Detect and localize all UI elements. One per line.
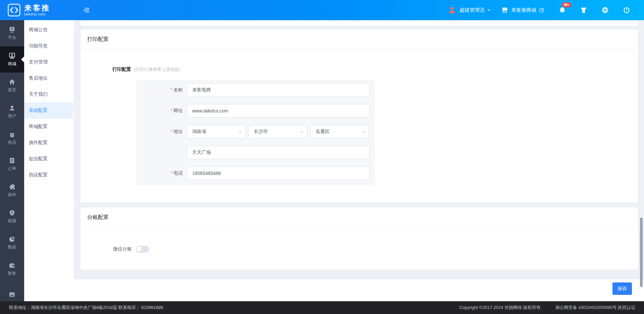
bell-icon [558, 6, 566, 14]
card-title: 分账配置 [80, 208, 638, 227]
notifications-button[interactable]: 99+ [558, 6, 566, 14]
sidebar-collapse-icon[interactable] [83, 6, 90, 14]
footer-police-record: 湘公网安备 43010402000895号 执照认证 [555, 305, 635, 311]
main-sidebar: S 平台 商城 首页 用户 [0, 20, 24, 301]
print-config-panel: *名称 *网址 *地址 湖南省 长沙市 [137, 80, 375, 185]
print-config-label: 打印配置 [112, 66, 131, 73]
sidebar-item-goods[interactable]: 商品 [0, 125, 24, 151]
district-select[interactable]: 岳麓区 [310, 125, 369, 138]
media-icon [8, 291, 16, 298]
province-select[interactable]: 湖南省 [187, 125, 246, 138]
wechat-split-label: 微信分账 [113, 246, 132, 252]
sidebar-item-data[interactable]: 数据 [0, 230, 24, 256]
sidebar-item-media[interactable] [0, 282, 24, 301]
tshirt-icon [580, 6, 588, 14]
menu-item-feature-tour[interactable]: 功能导览 [24, 38, 73, 54]
previous-card-edge [80, 21, 638, 26]
plugin-icon [8, 183, 16, 190]
brand-logo[interactable]: 来客推 laiketui.com [7, 3, 50, 17]
website-field-label: 网址 [173, 108, 183, 113]
phone-field-label: 电话 [173, 170, 183, 176]
platform-icon: S [8, 26, 16, 33]
chevron-down-icon [487, 8, 491, 12]
sidebar-item-users[interactable]: 用户 [0, 99, 24, 125]
mall-icon [8, 52, 16, 59]
print-config-hint: (打印订单将带上该信息) [134, 66, 180, 73]
menu-item-terminal-config[interactable]: 终端配置 [24, 119, 73, 135]
sidebar-item-permissions[interactable]: 权限 [0, 204, 24, 230]
topbar: 来客推 laiketui.com 超级管理员 [0, 0, 644, 20]
sidebar-item-finance[interactable]: 财务 [0, 256, 24, 282]
finance-icon [8, 262, 16, 269]
power-icon [623, 6, 631, 14]
menu-item-basic-config[interactable]: 基础配置 [24, 102, 73, 119]
menu-item-agreement-config[interactable]: 协议配置 [24, 167, 73, 183]
sidebar-item-plugins[interactable]: 插件 [0, 177, 24, 204]
user-menu[interactable]: 超级管理员 [448, 6, 491, 14]
external-link-icon [539, 7, 544, 13]
city-select[interactable]: 长沙市 [249, 125, 307, 138]
sidebar-item-mall[interactable]: 商城 [0, 46, 24, 73]
required-mark: * [171, 87, 172, 92]
active-section-notch [21, 56, 24, 62]
data-icon [8, 235, 16, 243]
svg-text:S: S [11, 27, 13, 31]
save-button[interactable]: 保存 [612, 282, 632, 295]
globe-icon [601, 6, 609, 14]
card-title: 打印配置 [80, 30, 638, 49]
address-field-label: 地址 [173, 129, 183, 134]
goods-icon [8, 131, 16, 138]
footer-contact: 联系地址：湖南省长沙市岳麓区绿地中央广场6栋2018室 联系电话： 615981… [0, 305, 163, 311]
sub-sidebar: 商城公告 功能导览 支付管理 售后地址 关于我们 基础配置 终端配置 插件配置 … [24, 20, 74, 301]
split-account-card: 分账配置 微信分账 [80, 208, 638, 270]
menu-item-aftersale-address[interactable]: 售后地址 [24, 70, 73, 86]
chevron-down-icon [300, 130, 304, 134]
menu-item-plugin-config[interactable]: 插件配置 [24, 135, 73, 151]
website-input[interactable] [187, 104, 370, 118]
logout-button[interactable] [623, 6, 631, 14]
footer: 联系地址：湖南省长沙市岳麓区绿地中央广场6栋2018室 联系电话： 615981… [0, 301, 644, 314]
sidebar-item-orders[interactable]: 订单 [0, 151, 24, 177]
menu-item-about-us[interactable]: 关于我们 [24, 86, 73, 102]
laiketui-logo-icon [7, 3, 21, 17]
save-bar: 保存 [74, 279, 644, 301]
shop-link-label: 来客推商城 [511, 7, 536, 13]
home-icon [8, 78, 16, 86]
print-config-card: 打印配置 打印配置 (打印订单将带上该信息) *名称 *网址 *地址 [80, 30, 638, 203]
vertical-scrollbar[interactable] [640, 218, 643, 287]
menu-item-sms-config[interactable]: 短信配置 [24, 151, 73, 167]
app-window: 来客推 laiketui.com 超级管理员 [0, 0, 644, 314]
brand-name: 来客推 [24, 4, 50, 12]
name-input[interactable] [187, 83, 370, 97]
wechat-split-toggle[interactable] [136, 246, 149, 253]
storefront-icon [501, 6, 508, 14]
language-button[interactable] [601, 6, 609, 14]
menu-item-mall-announcement[interactable]: 商城公告 [24, 22, 73, 38]
menu-item-payment-management[interactable]: 支付管理 [24, 54, 73, 70]
user-icon [8, 104, 16, 112]
chevron-down-icon [238, 130, 242, 134]
brand-domain: laiketui.com [24, 12, 50, 16]
permission-icon [8, 209, 16, 217]
user-role-label: 超级管理员 [460, 7, 485, 13]
avatar [448, 6, 457, 14]
phone-input[interactable] [187, 167, 370, 180]
chevron-down-icon [362, 130, 366, 134]
name-field-label: 名称 [173, 87, 183, 92]
store-theme-button[interactable] [580, 6, 588, 14]
sidebar-item-home[interactable]: 首页 [0, 73, 24, 99]
main-content: 打印配置 打印配置 (打印订单将带上该信息) *名称 *网址 *地址 [74, 20, 644, 301]
street-input[interactable] [187, 146, 370, 159]
sidebar-item-platform[interactable]: S 平台 [0, 20, 24, 46]
order-icon [8, 157, 16, 164]
footer-copyright: Copyright ©2017-2024 拾捌网络 版权所有 [459, 305, 540, 311]
shop-link[interactable]: 来客推商城 [501, 6, 544, 14]
notification-badge: 99+ [562, 2, 571, 7]
